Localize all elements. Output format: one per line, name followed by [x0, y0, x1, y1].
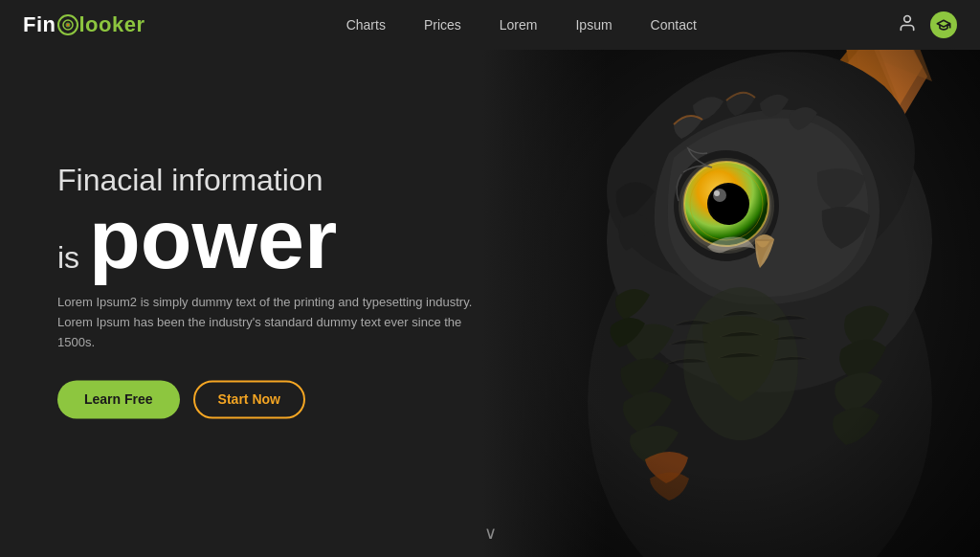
- hero-section: Finacial information is power Lorem Ipsu…: [0, 0, 980, 557]
- user-icon[interactable]: [898, 13, 917, 37]
- svg-point-3: [904, 15, 911, 22]
- navbar: Fin looker Charts Prices Lorem Ipsum Con…: [0, 0, 980, 50]
- nav-ipsum[interactable]: Ipsum: [560, 11, 627, 38]
- nav-lorem[interactable]: Lorem: [484, 11, 553, 38]
- hero-title-line: is power: [57, 198, 479, 282]
- scroll-chevron[interactable]: ∨: [484, 523, 497, 544]
- start-now-button[interactable]: Start Now: [193, 380, 305, 418]
- nav-links: Charts Prices Lorem Ipsum Contact: [145, 11, 898, 38]
- svg-point-2: [67, 24, 69, 26]
- hero-description: Lorem Ipsum2 is simply dummy text of the…: [57, 294, 479, 353]
- logo[interactable]: Fin looker: [23, 12, 145, 37]
- nav-charts[interactable]: Charts: [331, 11, 401, 38]
- nav-contact[interactable]: Contact: [635, 11, 712, 38]
- logo-icon: [57, 14, 78, 35]
- nav-right: [898, 11, 957, 38]
- owl-illustration: [482, 0, 980, 557]
- logo-text-looker: looker: [79, 12, 145, 37]
- hero-content: Finacial information is power Lorem Ipsu…: [57, 164, 479, 418]
- learn-free-button[interactable]: Learn Free: [57, 380, 180, 418]
- logo-text-fin: Fin: [23, 12, 56, 37]
- graduation-icon[interactable]: [930, 11, 957, 38]
- hero-is-text: is: [57, 241, 79, 277]
- svg-rect-24: [482, 0, 980, 557]
- nav-prices[interactable]: Prices: [409, 11, 477, 38]
- hero-power-text: power: [89, 198, 337, 282]
- hero-buttons: Learn Free Start Now: [57, 380, 479, 418]
